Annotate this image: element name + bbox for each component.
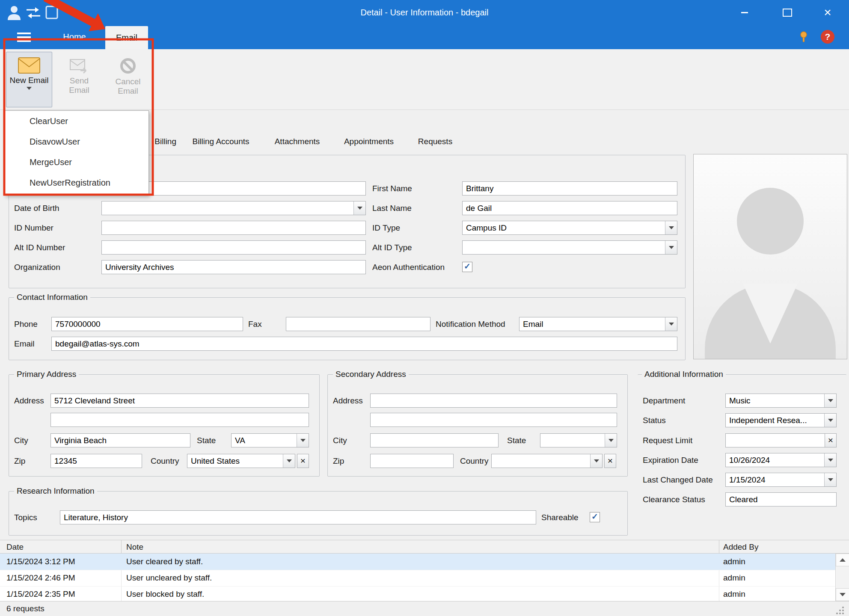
dropdown-arrow-icon[interactable] — [824, 473, 836, 486]
organization-field[interactable] — [101, 260, 366, 274]
date-of-birth-picker[interactable] — [101, 201, 366, 215]
note-added-by: admin — [723, 586, 832, 601]
secondary-address-line1-field[interactable] — [370, 394, 617, 408]
menu-item-disavowuser[interactable]: DisavowUser — [5, 131, 148, 152]
notes-column-date[interactable]: Date — [6, 540, 24, 554]
secondary-country-combo[interactable] — [491, 454, 603, 468]
primary-country-clear-button[interactable]: × — [297, 454, 309, 468]
secondary-address-line2-field[interactable] — [370, 413, 617, 427]
hamburger-menu-button[interactable] — [17, 33, 31, 42]
last-changed-date-picker[interactable]: 1/15/2024 — [725, 473, 837, 487]
primary-state-label: State — [197, 433, 216, 447]
status-bar: 6 requests — [0, 601, 849, 616]
cancel-email-icon — [119, 57, 137, 75]
dropdown-arrow-icon[interactable] — [590, 454, 602, 468]
secondary-country-clear-button[interactable]: × — [604, 454, 616, 468]
primary-zip-field[interactable] — [50, 454, 142, 468]
ribbon: New Email Send Email Cancel Email — [0, 49, 849, 110]
note-row-selected[interactable]: 1/15/2024 3:12 PM User cleared by staff.… — [0, 554, 849, 570]
tab-requests[interactable]: Requests — [412, 134, 458, 149]
request-limit-clear-button[interactable]: × — [825, 433, 837, 447]
dropdown-arrow-icon[interactable] — [283, 454, 295, 468]
scroll-down-button[interactable] — [836, 588, 849, 601]
clearance-status-label: Clearance Status — [643, 492, 705, 506]
fax-field[interactable] — [286, 317, 430, 331]
tab-home[interactable]: Home — [46, 25, 103, 49]
dropdown-arrow-icon[interactable] — [665, 221, 677, 234]
minimize-button[interactable] — [735, 5, 754, 20]
alt-id-number-field[interactable] — [101, 240, 366, 255]
additional-information-title: Additional Information — [642, 370, 726, 379]
primary-address-title: Primary Address — [14, 370, 79, 379]
secondary-zip-field[interactable] — [370, 454, 454, 468]
secondary-city-field[interactable] — [370, 433, 499, 447]
help-button[interactable]: ? — [821, 30, 834, 44]
note-row[interactable]: 1/15/2024 2:35 PM User blocked by staff.… — [0, 586, 849, 601]
clearance-status-field[interactable] — [725, 492, 837, 506]
id-number-field[interactable] — [101, 221, 366, 235]
dropdown-arrow-icon[interactable] — [824, 414, 836, 427]
note-date: 1/15/2024 3:12 PM — [6, 554, 118, 570]
expiration-date-picker[interactable]: 10/26/2024 — [725, 453, 837, 467]
menu-item-clearuser[interactable]: ClearUser — [5, 111, 148, 131]
person-silhouette-icon — [737, 188, 804, 255]
dropdown-arrow-icon[interactable] — [297, 434, 309, 447]
request-limit-field[interactable] — [725, 433, 825, 447]
note-text: User uncleared by staff. — [126, 570, 712, 586]
dropdown-arrow-icon[interactable] — [824, 453, 836, 467]
first-name-field[interactable] — [462, 181, 677, 195]
department-combo[interactable]: Music — [725, 394, 837, 408]
resize-grip[interactable] — [834, 605, 845, 615]
cancel-email-label: Cancel Email — [114, 77, 142, 96]
scroll-up-icon — [840, 558, 846, 562]
notification-method-combo[interactable]: Email — [519, 317, 677, 331]
checkmark-icon: ✓ — [591, 512, 598, 521]
menu-item-newuserregistration[interactable]: NewUserRegistration — [5, 172, 148, 193]
tab-appointments[interactable]: Appointments — [335, 134, 403, 149]
notes-scrollbar[interactable] — [835, 554, 849, 601]
aeon-authentication-checkbox[interactable]: ✓ — [462, 262, 472, 272]
secondary-state-combo[interactable] — [540, 433, 617, 447]
cancel-email-button: Cancel Email — [107, 52, 149, 107]
notes-table-header: Date Note Added By — [0, 540, 849, 554]
close-button[interactable]: × — [818, 5, 837, 20]
scroll-down-icon — [840, 593, 846, 596]
tab-attachments[interactable]: Attachments — [267, 134, 328, 149]
id-type-combo[interactable]: Campus ID — [462, 221, 677, 235]
secondary-country-label: Country — [460, 454, 489, 468]
dropdown-arrow-icon[interactable] — [824, 394, 836, 407]
scroll-up-button[interactable] — [836, 554, 849, 566]
new-email-button[interactable]: New Email — [6, 52, 52, 107]
user-photo — [693, 154, 847, 359]
notes-column-note[interactable]: Note — [126, 540, 143, 554]
secondary-address-title: Secondary Address — [333, 370, 409, 379]
primary-state-combo[interactable]: VA — [231, 433, 309, 447]
secondary-city-label: City — [333, 433, 347, 447]
dropdown-arrow-icon[interactable] — [665, 317, 677, 331]
tab-billing-accounts[interactable]: Billing Accounts — [184, 134, 258, 149]
dropdown-arrow-icon[interactable] — [605, 434, 617, 447]
tab-email[interactable]: Email — [105, 26, 148, 49]
maximize-button[interactable] — [778, 5, 797, 20]
dropdown-arrow-icon[interactable] — [665, 241, 677, 254]
alt-id-type-combo[interactable] — [462, 240, 677, 255]
pin-ribbon-icon[interactable] — [798, 30, 810, 43]
clear-icon: × — [300, 456, 306, 465]
primary-address-line2-field[interactable] — [50, 413, 309, 427]
note-row[interactable]: 1/15/2024 2:46 PM User uncleared by staf… — [0, 570, 849, 586]
secondary-zip-label: Zip — [333, 454, 344, 468]
phone-field[interactable] — [51, 317, 243, 331]
window-title: Detail - User Information - bdegail — [0, 0, 849, 25]
primary-address-line1-field[interactable] — [50, 394, 309, 408]
email-field[interactable] — [51, 337, 677, 351]
notes-column-added-by[interactable]: Added By — [723, 540, 758, 554]
last-name-field[interactable] — [462, 201, 677, 215]
menu-item-mergeuser[interactable]: MergeUser — [5, 152, 148, 172]
topics-field[interactable] — [60, 510, 536, 524]
primary-city-field[interactable] — [50, 433, 190, 447]
status-combo[interactable]: Independent Resea... — [725, 413, 837, 427]
shareable-checkbox[interactable]: ✓ — [590, 512, 600, 522]
hamburger-icon — [17, 33, 31, 34]
primary-country-combo[interactable]: United States — [187, 454, 295, 468]
dropdown-arrow-icon[interactable] — [353, 201, 365, 215]
